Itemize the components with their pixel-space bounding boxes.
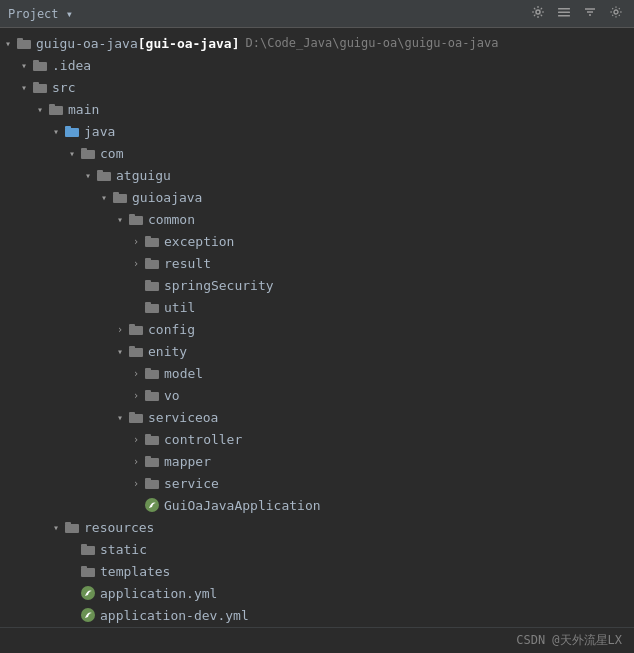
model-arrow <box>128 368 144 379</box>
serviceoa-item[interactable]: serviceoa <box>0 406 634 428</box>
resources-label: resources <box>84 520 154 535</box>
guioajava-item[interactable]: guioajava <box>0 186 634 208</box>
springsecurity-item[interactable]: springSecurity <box>0 274 634 296</box>
svg-rect-13 <box>65 128 79 137</box>
service-folder-icon <box>144 475 160 491</box>
application-yml-item[interactable]: application.yml <box>0 582 634 604</box>
mapper-arrow <box>128 456 144 467</box>
exception-folder-icon <box>144 233 160 249</box>
svg-rect-17 <box>97 172 111 181</box>
enity-item[interactable]: enity <box>0 340 634 362</box>
main-folder-icon <box>48 101 64 117</box>
idea-arrow <box>16 60 32 71</box>
svg-rect-15 <box>81 150 95 159</box>
vo-item[interactable]: vo <box>0 384 634 406</box>
svg-rect-28 <box>145 280 151 283</box>
header-bar: Project ▾ <box>0 0 634 28</box>
svg-rect-1 <box>558 8 570 10</box>
model-item[interactable]: model <box>0 362 634 384</box>
guioajava-arrow <box>96 192 112 203</box>
svg-rect-52 <box>81 568 95 577</box>
result-item[interactable]: result <box>0 252 634 274</box>
vo-folder-icon <box>144 387 160 403</box>
list-icon[interactable] <box>554 3 574 24</box>
svg-rect-46 <box>145 478 151 481</box>
svg-rect-29 <box>145 304 159 313</box>
service-item[interactable]: service <box>0 472 634 494</box>
svg-rect-22 <box>129 214 135 217</box>
svg-rect-8 <box>33 60 39 63</box>
src-arrow <box>16 82 32 93</box>
atguigu-arrow <box>80 170 96 181</box>
static-folder-icon <box>80 541 96 557</box>
sort-icon[interactable] <box>580 3 600 24</box>
svg-rect-40 <box>129 412 135 415</box>
app-item[interactable]: GuiOaJavaApplication <box>0 494 634 516</box>
result-label: result <box>164 256 211 271</box>
svg-rect-41 <box>145 436 159 445</box>
root-arrow <box>0 38 16 49</box>
templates-item[interactable]: templates <box>0 560 634 582</box>
result-folder-icon <box>144 255 160 271</box>
src-folder-icon <box>32 79 48 95</box>
svg-rect-27 <box>145 282 159 291</box>
src-item[interactable]: src <box>0 76 634 98</box>
controller-arrow <box>128 434 144 445</box>
java-arrow <box>48 126 64 137</box>
svg-rect-14 <box>65 126 71 129</box>
svg-rect-34 <box>129 346 135 349</box>
root-folder-icon <box>16 35 32 51</box>
util-folder-icon <box>144 299 160 315</box>
exception-item[interactable]: exception <box>0 230 634 252</box>
config-folder-icon <box>128 321 144 337</box>
config-item[interactable]: config <box>0 318 634 340</box>
com-item[interactable]: com <box>0 142 634 164</box>
common-item[interactable]: common <box>0 208 634 230</box>
java-item[interactable]: java <box>0 120 634 142</box>
main-item[interactable]: main <box>0 98 634 120</box>
svg-rect-9 <box>33 84 47 93</box>
settings-icon[interactable] <box>528 3 548 24</box>
com-arrow <box>64 148 80 159</box>
static-item[interactable]: static <box>0 538 634 560</box>
application-dev-yml-item[interactable]: application-dev.yml <box>0 604 634 626</box>
exception-arrow <box>128 236 144 247</box>
src-label: src <box>52 80 75 95</box>
guioajava-folder-icon <box>112 189 128 205</box>
com-label: com <box>100 146 123 161</box>
root-path: D:\Code_Java\guigu-oa\guigu-oa-java <box>246 36 499 50</box>
svg-rect-3 <box>558 15 570 17</box>
java-label: java <box>84 124 115 139</box>
application-yml-label: application.yml <box>100 586 217 601</box>
serviceoa-arrow <box>112 412 128 423</box>
svg-rect-49 <box>65 522 71 525</box>
svg-rect-51 <box>81 544 87 547</box>
atguigu-label: atguigu <box>116 168 171 183</box>
util-item[interactable]: util <box>0 296 634 318</box>
svg-rect-5 <box>17 40 31 49</box>
controller-folder-icon <box>144 431 160 447</box>
idea-item[interactable]: .idea <box>0 54 634 76</box>
atguigu-folder-icon <box>96 167 112 183</box>
svg-rect-37 <box>145 392 159 401</box>
java-folder-icon <box>64 123 80 139</box>
mapper-item[interactable]: mapper <box>0 450 634 472</box>
project-tree: guigu-oa-java [gui-oa-java] D:\Code_Java… <box>0 28 634 627</box>
svg-point-4 <box>614 10 618 14</box>
controller-item[interactable]: controller <box>0 428 634 450</box>
svg-rect-42 <box>145 434 151 437</box>
resources-item[interactable]: resources <box>0 516 634 538</box>
service-label: service <box>164 476 219 491</box>
templates-folder-icon <box>80 563 96 579</box>
root-label: guigu-oa-java <box>36 36 138 51</box>
serviceoa-folder-icon <box>128 409 144 425</box>
svg-rect-31 <box>129 326 143 335</box>
gear-icon[interactable] <box>606 3 626 24</box>
atguigu-item[interactable]: atguigu <box>0 164 634 186</box>
svg-rect-20 <box>113 192 119 195</box>
resources-arrow <box>48 522 64 533</box>
root-item[interactable]: guigu-oa-java [gui-oa-java] D:\Code_Java… <box>0 32 634 54</box>
svg-rect-39 <box>129 414 143 423</box>
panel-title[interactable]: Project ▾ <box>8 7 528 21</box>
resources-folder-icon <box>64 519 80 535</box>
